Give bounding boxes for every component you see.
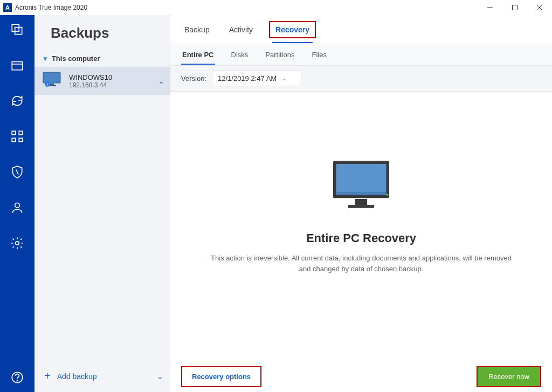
version-row: Version: 12/1/2019 2:47 AM ⌄ bbox=[170, 66, 552, 92]
svg-point-13 bbox=[16, 242, 19, 245]
recover-now-button[interactable]: Recover now bbox=[477, 366, 541, 387]
group-this-computer[interactable]: ▼ This computer bbox=[34, 51, 170, 67]
backups-icon[interactable] bbox=[9, 22, 25, 38]
window-title: Acronis True Image 2020 bbox=[15, 4, 478, 11]
backup-name: WINDOWS10 bbox=[69, 73, 155, 81]
recovery-center: Entire PC Recovery This action is irreve… bbox=[170, 92, 552, 361]
nav-rail bbox=[0, 15, 34, 392]
svg-rect-10 bbox=[12, 138, 16, 142]
window-titlebar: A Acronis True Image 2020 bbox=[0, 0, 552, 15]
svg-rect-11 bbox=[19, 138, 23, 142]
maximize-button[interactable] bbox=[502, 0, 527, 15]
svg-rect-6 bbox=[12, 62, 23, 70]
recovery-title: Entire PC Recovery bbox=[306, 231, 416, 245]
footer-row: Recovery options Recover now bbox=[170, 361, 552, 392]
help-icon[interactable] bbox=[9, 369, 25, 386]
minimize-button[interactable] bbox=[478, 0, 502, 15]
version-select[interactable]: 12/1/2019 2:47 AM ⌄ bbox=[212, 71, 301, 86]
backup-ip: 192.168.3.44 bbox=[69, 81, 155, 89]
chevron-down-icon: ▼ bbox=[42, 55, 49, 63]
recovery-options-button[interactable]: Recovery options bbox=[181, 366, 261, 387]
settings-icon[interactable] bbox=[9, 235, 25, 251]
content-area: Backup Activity Recovery Entire PC Disks… bbox=[170, 15, 552, 392]
svg-rect-17 bbox=[50, 84, 54, 85]
subtab-files[interactable]: Files bbox=[311, 45, 328, 64]
group-label: This computer bbox=[52, 54, 100, 63]
svg-rect-9 bbox=[19, 131, 23, 135]
chevron-down-icon[interactable]: ⌄ bbox=[157, 372, 163, 381]
monitor-icon: i bbox=[42, 71, 64, 91]
recovery-description: This action is irreversible. All current… bbox=[205, 253, 518, 274]
recovery-subtabs: Entire PC Disks Partitions Files bbox=[170, 44, 552, 66]
svg-rect-4 bbox=[12, 24, 19, 31]
chevron-down-icon[interactable]: ⌄ bbox=[158, 77, 164, 85]
pc-illustration-icon bbox=[326, 157, 396, 216]
add-backup-label: Add backup bbox=[57, 372, 97, 381]
svg-rect-8 bbox=[12, 131, 16, 135]
tab-backup[interactable]: Backup bbox=[181, 21, 213, 38]
top-tabs: Backup Activity Recovery bbox=[170, 15, 552, 44]
svg-point-12 bbox=[15, 203, 20, 208]
subtab-partitions[interactable]: Partitions bbox=[264, 45, 295, 64]
svg-rect-24 bbox=[386, 194, 388, 196]
account-icon[interactable] bbox=[9, 200, 25, 216]
version-label: Version: bbox=[181, 74, 206, 82]
archive-icon[interactable] bbox=[9, 57, 25, 73]
version-value: 12/1/2019 2:47 AM bbox=[218, 74, 277, 82]
close-button[interactable] bbox=[527, 0, 552, 15]
app-logo-icon: A bbox=[3, 3, 12, 12]
backups-title: Backups bbox=[34, 15, 170, 51]
tools-icon[interactable] bbox=[9, 128, 25, 145]
backups-panel: Backups ▼ This computer i WINDOWS10 192.… bbox=[34, 15, 170, 392]
subtab-disks[interactable]: Disks bbox=[230, 45, 250, 64]
tab-recovery[interactable]: Recovery bbox=[269, 21, 316, 38]
svg-rect-25 bbox=[355, 199, 367, 205]
plus-icon: + bbox=[44, 370, 51, 382]
svg-rect-23 bbox=[336, 192, 387, 195]
svg-rect-22 bbox=[336, 164, 387, 195]
protection-icon[interactable] bbox=[9, 164, 25, 180]
svg-point-15 bbox=[17, 380, 17, 381]
svg-rect-1 bbox=[513, 5, 518, 10]
svg-rect-26 bbox=[348, 205, 374, 208]
svg-rect-5 bbox=[15, 27, 22, 35]
backup-item-windows10[interactable]: i WINDOWS10 192.168.3.44 ⌄ bbox=[34, 67, 170, 95]
tab-activity[interactable]: Activity bbox=[226, 21, 256, 38]
svg-rect-16 bbox=[43, 72, 60, 83]
sync-icon[interactable] bbox=[9, 93, 25, 109]
subtab-entire-pc[interactable]: Entire PC bbox=[181, 45, 215, 64]
chevron-down-icon: ⌄ bbox=[282, 75, 287, 82]
add-backup-button[interactable]: + Add backup ⌄ bbox=[34, 360, 170, 392]
